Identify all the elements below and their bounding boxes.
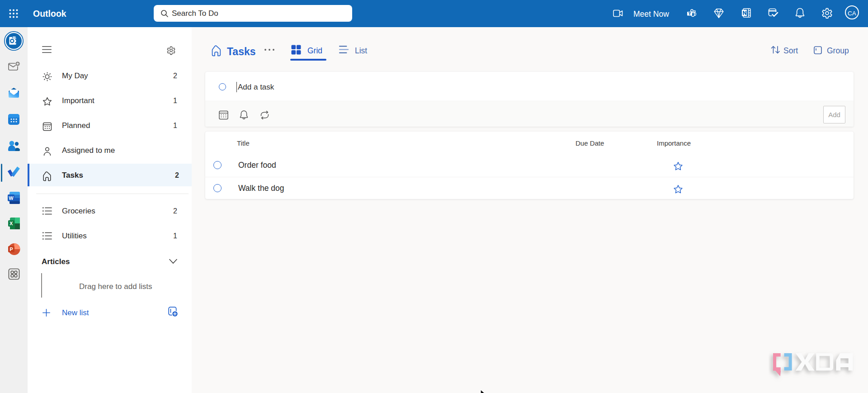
svg-text:W: W [9, 195, 14, 201]
svg-text:P: P [10, 246, 13, 252]
svg-text:X: X [9, 221, 13, 226]
